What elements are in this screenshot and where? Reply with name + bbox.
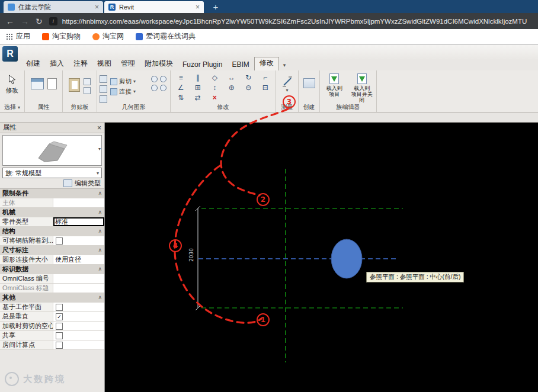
split-icon[interactable]: ∠ — [173, 84, 189, 92]
property-value[interactable] — [53, 284, 104, 293]
load-into-project-button[interactable]: 载入到 项目 — [322, 73, 347, 103]
property-value[interactable] — [53, 303, 104, 311]
load-project-close-icon — [357, 73, 367, 84]
property-value[interactable] — [53, 198, 104, 207]
checkbox-基于工作平面[interactable] — [56, 304, 63, 311]
wall-joins-icon[interactable] — [151, 76, 158, 82]
align-icon[interactable]: ≡ — [173, 74, 189, 82]
section-结构[interactable]: 结构∧ — [0, 227, 104, 236]
checkbox-可将钢筋附着到...[interactable] — [56, 237, 63, 245]
panel-label-select[interactable]: 选择 ▾ — [0, 103, 24, 111]
ribbon-tab-创建[interactable]: 创建 — [21, 58, 45, 70]
bookmark-4[interactable]: 爱词霸在线词典 — [136, 31, 196, 41]
panel-label-modify[interactable]: 修改 — [171, 103, 276, 111]
close-icon[interactable]: × — [97, 124, 101, 132]
checkbox-共享[interactable] — [56, 332, 63, 339]
modify-tool-button[interactable]: 修改 — [0, 70, 24, 95]
property-value[interactable] — [53, 236, 104, 245]
pin-icon[interactable]: ⊕ — [224, 84, 240, 92]
property-value[interactable] — [53, 274, 104, 283]
match-type-icon[interactable]: ⇄ — [190, 94, 206, 102]
checkbox-房间计算点[interactable] — [56, 342, 63, 349]
bookmarks-list: 应用淘宝购物淘宝网爱词霸在线词典 — [6, 31, 196, 41]
property-value[interactable] — [53, 340, 104, 349]
checkbox-总是垂直[interactable]: ✓ — [56, 313, 63, 320]
family-types-icon[interactable] — [47, 78, 57, 89]
load-into-project-and-close-button[interactable]: 载入到 项目并关闭 — [350, 73, 375, 103]
drawing-canvas[interactable]: 2030 参照平面 : 参照平面 : 中心(前/后) — [105, 123, 538, 392]
cope-icon[interactable] — [100, 85, 107, 93]
cut-geometry-button[interactable]: 剪切 ▾ — [110, 76, 136, 86]
property-value[interactable]: 使用直径 — [53, 255, 104, 264]
property-value[interactable]: 标准 — [53, 217, 104, 226]
ribbon-tab-管理[interactable]: 管理 — [116, 58, 140, 70]
panel-label-family-editor[interactable]: 族编辑器 — [320, 103, 376, 111]
chevron-down-icon: ▾ — [133, 89, 136, 94]
array-icon[interactable]: ⊞ — [190, 84, 206, 92]
delete-icon[interactable]: × — [207, 94, 223, 102]
panel-toggle-icon[interactable]: ▾ — [283, 62, 286, 70]
browser-tab-1[interactable]: 住建云学院× — [4, 1, 103, 13]
scale-icon[interactable]: ↕ — [207, 84, 223, 92]
join-geometry-button[interactable]: 连接 ▾ — [110, 86, 136, 97]
forward-icon[interactable]: → — [21, 17, 29, 26]
property-value[interactable]: ✓ — [53, 312, 104, 321]
site-info-icon[interactable]: i — [49, 17, 57, 25]
ribbon-tab-修改[interactable]: 修改 — [254, 57, 279, 70]
section-其他[interactable]: 其他∧ — [0, 293, 104, 303]
section-尺寸标注[interactable]: 尺寸标注∧ — [0, 246, 104, 255]
create-icon[interactable] — [303, 78, 315, 88]
back-icon[interactable]: ← — [6, 17, 14, 26]
offset-icon[interactable]: ∥ — [190, 74, 206, 82]
rotate-icon[interactable]: ↻ — [241, 74, 257, 82]
panel-label-create[interactable]: 创建 — [299, 103, 319, 111]
trim-icon[interactable]: ⌐ — [258, 74, 274, 82]
family-type-selector[interactable]: 族: 常规模型 ▾ — [2, 168, 102, 178]
checkbox-加载时剪切的空心[interactable] — [56, 323, 63, 330]
section-标识数据[interactable]: 标识数据∧ — [0, 265, 104, 274]
unjoin-icon[interactable] — [151, 85, 158, 91]
properties-window-icon[interactable] — [31, 78, 44, 89]
mirror-icon[interactable]: ◇ — [207, 74, 223, 82]
refresh-icon[interactable]: ↻ — [36, 17, 43, 26]
cut-to-clipboard-icon[interactable] — [84, 87, 91, 94]
property-value[interactable] — [53, 322, 104, 330]
tab-close-icon[interactable]: × — [196, 3, 200, 11]
measure-button[interactable]: ▾ — [276, 70, 298, 93]
beam-joins-icon[interactable] — [160, 76, 166, 82]
panel-label-properties[interactable]: 属性 — [25, 103, 62, 111]
ribbon-tab-附加模块[interactable]: 附加模块 — [140, 58, 178, 70]
new-tab-button[interactable]: + — [210, 2, 222, 12]
ribbon-tab-Fuzor Plugin[interactable]: Fuzor Plugin — [178, 60, 227, 70]
bookmark-2[interactable]: 淘宝购物 — [42, 31, 81, 41]
paint-icon[interactable] — [100, 75, 107, 83]
address-bar[interactable]: https://hnbimxy.com/eaas/workspace/eyJpc… — [62, 18, 538, 25]
ribbon-tab-插入[interactable]: 插入 — [45, 58, 69, 70]
property-value[interactable] — [53, 331, 104, 340]
panel-label-measure[interactable]: 测量 — [276, 103, 298, 111]
dimension-text[interactable]: 2030 — [188, 248, 194, 262]
split-face-icon[interactable] — [160, 85, 166, 91]
demolish-icon[interactable] — [100, 95, 107, 103]
paste-aligned-icon[interactable]: ⇅ — [173, 94, 189, 102]
panel-label-geometry[interactable]: 几何图形 — [97, 103, 170, 111]
unpin-icon[interactable]: ⊖ — [241, 84, 257, 92]
panel-label-clipboard[interactable]: 剪贴板 — [63, 103, 97, 111]
browser-tab-2[interactable]: RRevit× — [104, 1, 204, 13]
move-icon[interactable]: ↔ — [224, 74, 240, 82]
copy-to-clipboard-icon[interactable] — [84, 78, 91, 85]
copy-icon[interactable]: ⊟ — [258, 84, 274, 92]
section-限制条件[interactable]: 限制条件∧ — [0, 189, 104, 198]
paste-icon[interactable] — [69, 78, 80, 92]
revit-logo[interactable]: R — [2, 46, 18, 62]
ribbon-tab-视图[interactable]: 视图 — [92, 58, 116, 70]
ribbon-tab-EBIM[interactable]: EBIM — [227, 60, 254, 70]
preview-dropdown-icon[interactable]: ▾ — [98, 146, 101, 152]
family-solid-ellipse[interactable] — [331, 239, 362, 278]
edit-type-button[interactable]: 编辑类型 — [0, 178, 104, 188]
section-机械[interactable]: 机械∧ — [0, 208, 104, 217]
bookmark-3[interactable]: 淘宝网 — [92, 31, 124, 41]
tab-close-icon[interactable]: × — [95, 3, 99, 11]
ribbon-tab-注释[interactable]: 注释 — [69, 58, 92, 70]
bookmark-1[interactable]: 应用 — [6, 31, 30, 41]
